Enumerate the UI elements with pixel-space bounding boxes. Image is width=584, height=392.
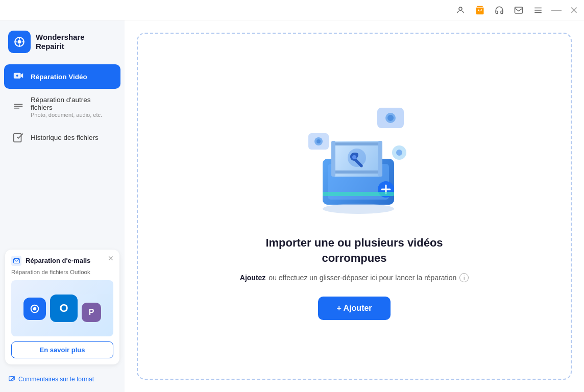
svg-point-8	[18, 40, 21, 44]
close-button[interactable]: ✕	[570, 6, 578, 14]
external-link-icon	[8, 376, 15, 383]
info-icon[interactable]: i	[459, 273, 469, 282]
sidebar-spacer	[0, 151, 125, 243]
nav-label-other: Réparation d'autres fichiers	[31, 96, 113, 111]
minimize-button[interactable]: —	[552, 6, 561, 14]
titlebar: — ✕	[0, 0, 584, 20]
dropzone-title: Importer une ou plusieurs vidéos corromp…	[265, 235, 443, 265]
nav-sublabel-other: Photo, document, audio, etc.	[31, 112, 113, 118]
svg-rect-2	[515, 7, 523, 13]
file-history-icon	[11, 130, 26, 144]
dropzone[interactable]: Importer une ou plusieurs vidéos corromp…	[137, 33, 572, 380]
app-logo-icon	[8, 31, 31, 53]
promo-card: ✕ Réparation d'e-mails Réparation de fic…	[5, 250, 119, 364]
svg-rect-34	[378, 141, 382, 177]
sidebar-item-other-repair[interactable]: Réparation d'autres fichiers Photo, docu…	[4, 91, 120, 123]
promo-header: Réparation d'e-mails	[11, 256, 113, 266]
promo-description: Réparation de fichiers Outlook	[11, 268, 113, 276]
subtitle-highlight: Ajoutez	[240, 274, 266, 282]
svg-point-25	[317, 139, 321, 143]
logo-area: Wondershare Repairit	[0, 24, 125, 63]
logo-text: Wondershare Repairit	[36, 33, 85, 51]
svg-point-22	[387, 115, 394, 121]
dropzone-subtitle: Ajoutez ou effectuez un glisser-déposer …	[240, 273, 469, 282]
menu-icon[interactable]	[533, 5, 543, 15]
promo-learn-more-button[interactable]: En savoir plus	[11, 341, 113, 358]
promo-close-button[interactable]: ✕	[106, 254, 115, 263]
nav-label-other-group: Réparation d'autres fichiers Photo, docu…	[31, 96, 113, 118]
headset-icon[interactable]	[494, 5, 504, 15]
main-content: Importer une ou plusieurs vidéos corromp…	[125, 20, 584, 392]
svg-point-38	[352, 155, 356, 159]
dropzone-illustration	[288, 92, 421, 225]
svg-point-27	[396, 150, 402, 156]
dropzone-title-line2: corrompues	[322, 252, 386, 264]
promo-image: O P	[11, 280, 113, 336]
other-repair-icon	[11, 100, 26, 114]
brand-line2: Repairit	[36, 42, 85, 51]
app-body: Wondershare Repairit Réparation Vidéo	[0, 20, 584, 392]
svg-line-19	[11, 377, 14, 380]
sidebar-item-video-repair[interactable]: Réparation Vidéo	[4, 64, 120, 89]
svg-point-10	[16, 75, 18, 77]
svg-rect-43	[323, 192, 394, 196]
titlebar-icons: — ✕	[455, 5, 578, 15]
mail-icon[interactable]	[514, 5, 524, 15]
user-icon[interactable]	[455, 5, 466, 15]
add-button[interactable]: + Ajouter	[318, 297, 390, 320]
sidebar-item-file-history[interactable]: Historique des fichiers	[4, 125, 120, 150]
format-feedback-link[interactable]: Commentaires sur le format	[18, 376, 94, 383]
svg-point-17	[33, 307, 37, 311]
nav-label-history: Historique des fichiers	[31, 134, 99, 141]
promo-email-icon	[11, 256, 21, 266]
svg-rect-36	[335, 170, 378, 174]
svg-point-0	[459, 7, 462, 10]
nav-label-video: Réparation Vidéo	[31, 73, 87, 81]
svg-rect-33	[331, 141, 335, 177]
brand-line1: Wondershare	[36, 33, 85, 42]
svg-rect-35	[335, 142, 378, 145]
promo-title: Réparation d'e-mails	[26, 257, 90, 264]
video-repair-icon	[11, 69, 26, 84]
subtitle-rest: ou effectuez un glisser-déposer ici pour…	[269, 274, 456, 282]
apps-illustration: O P	[18, 289, 106, 327]
dropzone-title-line1: Importer une ou plusieurs vidéos	[265, 236, 443, 249]
sidebar: Wondershare Repairit Réparation Vidéo	[0, 20, 125, 392]
svg-point-42	[323, 204, 394, 214]
sidebar-footer: Commentaires sur le format	[0, 371, 125, 388]
cart-icon[interactable]	[475, 5, 485, 15]
